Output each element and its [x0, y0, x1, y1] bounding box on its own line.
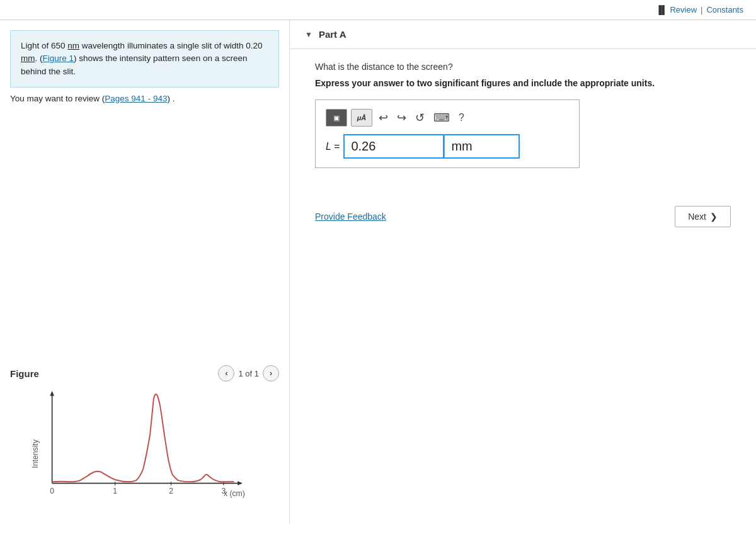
figure-title: Figure — [10, 368, 39, 379]
top-bar: ▐▌ Review | Constants — [0, 0, 756, 20]
undo-icon: ↩ — [379, 111, 388, 124]
review-pages: You may want to review (Pages 941 - 943)… — [0, 88, 289, 110]
left-panel: Light of 650 nm wavelength illuminates a… — [0, 20, 290, 524]
keyboard-button[interactable]: ⌨ — [431, 110, 452, 126]
unit-button[interactable]: μÅ — [351, 109, 372, 127]
svg-text:0: 0 — [50, 487, 54, 495]
keyboard-icon: ⌨ — [433, 111, 450, 124]
equation-label: L = — [326, 141, 340, 152]
reset-button[interactable]: ↺ — [413, 110, 427, 126]
figure-nav: ‹ 1 of 1 › — [218, 365, 279, 382]
redo-button[interactable]: ↪ — [394, 110, 409, 126]
svg-text:3: 3 — [221, 487, 226, 495]
main-layout: Light of 650 nm wavelength illuminates a… — [0, 20, 756, 524]
svg-marker-2 — [50, 391, 54, 396]
next-label: Next — [688, 212, 706, 222]
unit-icon: μÅ — [357, 114, 367, 122]
problem-text-part3: . ( — [35, 54, 43, 63]
constants-link[interactable]: Constants — [706, 5, 743, 14]
help-icon: ? — [459, 112, 464, 123]
part-label: Part A — [319, 29, 346, 40]
part-arrow-icon: ▼ — [305, 30, 312, 39]
input-row: L = — [326, 134, 569, 159]
review-prefix: You may want to review ( — [10, 94, 105, 103]
bottom-actions: Provide Feedback Next ❯ — [290, 206, 756, 227]
svg-marker-3 — [238, 481, 243, 485]
reset-icon: ↺ — [415, 111, 425, 124]
figure-link[interactable]: Figure 1 — [43, 54, 74, 63]
svg-text:x (cm): x (cm) — [224, 489, 245, 498]
nm-unit: nm — [67, 41, 79, 50]
next-button[interactable]: Next ❯ — [675, 206, 731, 227]
figure-header: Figure ‹ 1 of 1 › — [10, 365, 279, 382]
answer-box: ▣ μÅ ↩ ↪ ↺ ⌨ — [315, 99, 580, 168]
matrix-button[interactable]: ▣ — [326, 109, 347, 127]
value-input[interactable] — [343, 134, 444, 159]
figure-prev-button[interactable]: ‹ — [218, 365, 234, 382]
review-icon: ▐▌ — [656, 5, 667, 14]
part-header[interactable]: ▼ Part A — [290, 20, 756, 49]
right-panel: ▼ Part A What is the distance to the scr… — [290, 20, 756, 524]
svg-text:2: 2 — [169, 487, 173, 495]
provide-feedback-button[interactable]: Provide Feedback — [315, 212, 386, 222]
problem-text-part2: wavelength illuminates a single slit of … — [79, 41, 262, 50]
review-suffix: ) . — [167, 94, 175, 103]
problem-text-part1: Light of 650 — [21, 41, 67, 50]
problem-text-box: Light of 650 nm wavelength illuminates a… — [10, 30, 279, 88]
mm-unit-inline: mm — [21, 54, 35, 63]
review-pages-link[interactable]: Pages 941 - 943 — [105, 94, 167, 103]
review-link[interactable]: Review — [670, 5, 697, 14]
figure-nav-text: 1 of 1 — [238, 369, 259, 378]
instruction-text: Express your answer to two significant f… — [315, 78, 731, 88]
question-text: What is the distance to the screen? — [315, 62, 731, 72]
matrix-icon: ▣ — [333, 114, 340, 122]
intensity-graph: Intensity x (cm) 0 1 2 3 — [23, 385, 249, 511]
graph-area: Intensity x (cm) 0 1 2 3 — [23, 385, 249, 511]
part-content: What is the distance to the screen? Expr… — [290, 49, 756, 181]
figure-section: Figure ‹ 1 of 1 › In — [0, 359, 289, 524]
separator: | — [701, 5, 702, 14]
svg-text:1: 1 — [113, 487, 117, 495]
undo-button[interactable]: ↩ — [376, 110, 391, 126]
answer-toolbar: ▣ μÅ ↩ ↪ ↺ ⌨ — [326, 109, 569, 127]
redo-icon: ↪ — [397, 111, 406, 124]
svg-text:Intensity: Intensity — [31, 439, 40, 468]
unit-input[interactable] — [444, 134, 520, 159]
help-button[interactable]: ? — [456, 111, 467, 125]
figure-next-button[interactable]: › — [263, 365, 279, 382]
next-icon: ❯ — [710, 212, 718, 222]
